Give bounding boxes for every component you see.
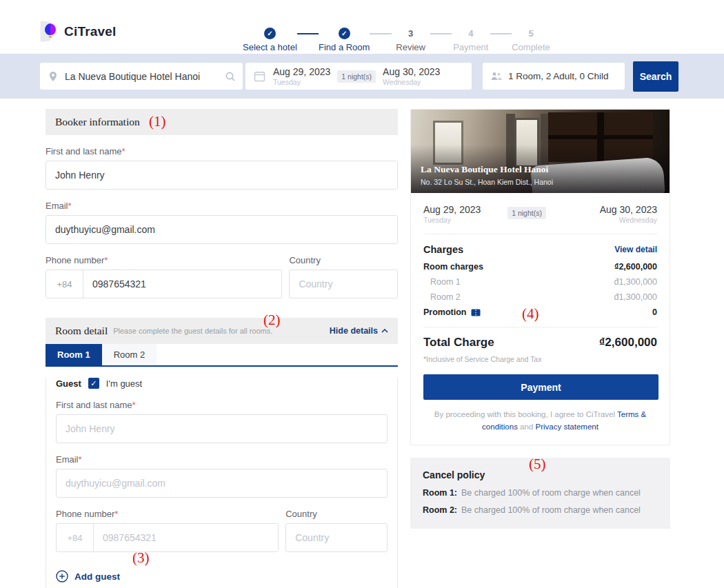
step-check-icon: ✓ [264,28,276,39]
stay-dates: Aug 29, 2023 Tuesday 1 night(s) Aug 30, … [411,193,670,234]
room-charges-row: Room charges ₫2,600,000 [411,259,670,274]
brand-logo[interactable]: CiTravel [40,21,117,43]
payment-button[interactable]: Payment [423,374,658,400]
checkout-day: Wednesday [600,216,657,224]
checkout-date: Aug 30, 2023 [600,204,657,215]
room-detail-subtitle: Please complete the guest details for al… [113,327,272,335]
tab-room-1[interactable]: Room 1 [46,344,102,365]
cancel-policy-room-2: Room 2:Be charged 100% of room charge wh… [423,505,658,515]
plus-circle-icon [56,570,68,582]
room-detail-section: Room detail Please complete the guest de… [46,318,398,588]
annotation-marker-1: (1) [149,113,166,130]
required-asterisk: * [114,509,118,519]
guest-country-input[interactable] [285,523,388,552]
checkout-date: Aug 30, 2023 [383,66,440,77]
search-button[interactable]: Search [633,61,678,92]
destination-box[interactable] [40,63,243,90]
checkin-date: Aug 29, 2023 [423,204,481,215]
im-guest-label: I'm guest [106,378,142,389]
checkout-day: Wednesday [383,78,440,86]
phone-prefix[interactable]: +84 [57,524,94,551]
add-guest-label: Add guest [74,571,120,582]
privacy-statement-link[interactable]: Privacy statement [535,423,598,431]
booker-email-input[interactable] [46,215,398,244]
destination-input[interactable] [65,71,225,82]
step-connector [297,33,319,34]
step-payment: 4 Payment [452,28,490,52]
total-charge-value: ₫2,600,000 [599,336,657,349]
guests-icon [491,72,502,81]
step-number: 5 [528,28,533,39]
step-label: Select a hotel [243,42,297,52]
step-label: Find a Room [319,42,370,52]
booking-form-column: Booker information First and last name* … [46,109,398,588]
guest-phone-input[interactable] [94,524,278,551]
booker-phone-group: +84 [46,270,282,298]
hotel-name: La Nueva Boutique Hotel Hanoi [421,164,553,175]
view-detail-link[interactable]: View detail [614,245,657,254]
step-complete: 5 Complete [512,28,550,52]
guest-email-label: Email* [56,454,388,465]
booker-country-input[interactable] [289,270,398,298]
guest-label: Guest [56,378,81,389]
charges-title: Charges [423,244,463,255]
step-connector [370,33,391,34]
guest-name-input[interactable] [56,414,388,443]
guest-country-label: Country [285,509,388,519]
promotion-ticket-icon[interactable] [471,309,481,316]
annotation-marker-2: (2) [263,312,281,329]
checkin-day: Tuesday [423,216,481,224]
step-label: Review [396,42,425,52]
occupancy-box[interactable]: 1 Room, 2 Adult, 0 Child [483,63,625,90]
step-connector [490,33,512,34]
room-detail-header: Room detail Please complete the guest de… [46,318,398,344]
step-label: Complete [512,42,550,52]
guest-phone-label: Phone number* [56,509,279,519]
booker-name-input[interactable] [46,161,398,190]
nights-badge: 1 night(s) [507,207,546,219]
room-tabs: Room 1 Room 2 [46,344,398,367]
checkin-day: Tuesday [273,78,330,86]
guest-name-label: First and last name* [56,400,388,410]
hide-details-toggle[interactable]: Hide details [330,326,388,336]
im-guest-checkbox[interactable]: ✓ [88,378,99,389]
step-connector [430,33,452,34]
required-asterisk: * [122,146,125,156]
brand-name: CiTravel [64,24,117,39]
required-asterisk: * [132,400,136,410]
location-pin-icon [48,71,58,82]
step-find-a-room[interactable]: ✓ Find a Room [319,28,370,52]
hotel-address: No. 32 Lo Su St., Hoan Kiem Dist., Hanoi [421,178,553,186]
room-2-charge-row: Room 2 đ1,300,000 [411,290,670,305]
tab-room-2[interactable]: Room 2 [102,344,157,365]
annotation-marker-5: (5) [529,456,546,473]
name-label: First and last name* [46,146,398,156]
balloon-logo-icon [40,21,58,43]
app-header: CiTravel ✓ Select a hotel ✓ Find a Room … [0,0,724,54]
phone-prefix[interactable]: +84 [46,270,83,298]
guest-email-input[interactable] [56,469,388,498]
total-charge-row: Total Charge ₫2,600,000 [411,327,670,351]
total-charge-label: Total Charge [423,336,494,349]
booker-information-title: Booker information [55,116,140,128]
nights-badge: 1 night(s) [337,70,376,83]
step-review: 3 Review [392,28,430,52]
step-number: 4 [468,28,473,39]
annotation-marker-3: (3) [132,549,150,567]
booker-phone-input[interactable] [83,270,281,298]
calendar-icon [254,70,265,82]
add-guest-button[interactable]: Add guest [56,570,388,582]
step-select-a-hotel[interactable]: ✓ Select a hotel [243,28,297,52]
booking-summary-card: La Nueva Boutique Hotel Hanoi No. 32 Lo … [410,109,670,445]
checkin-date: Aug 29, 2023 [273,66,330,77]
dates-box[interactable]: Aug 29, 2023 Tuesday 1 night(s) Aug 30, … [245,63,472,90]
booking-stepper: ✓ Select a hotel ✓ Find a Room 3 Review … [243,28,550,52]
cancel-policy-room-1: Room 1:Be charged 100% of room charge wh… [423,488,658,498]
required-asterisk: * [79,454,82,465]
search-band: Aug 29, 2023 Tuesday 1 night(s) Aug 30, … [0,54,724,99]
required-asterisk: * [104,255,108,265]
room-1-panel: Guest ✓ I'm guest First and last name* E… [46,378,398,588]
annotation-marker-4: (4) [522,305,539,323]
search-icon[interactable] [225,71,236,82]
booker-information-header: Booker information [46,109,398,135]
